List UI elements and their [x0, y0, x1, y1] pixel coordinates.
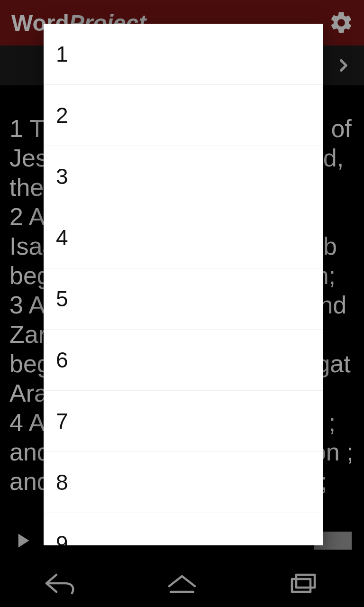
list-item[interactable]: 4 [44, 207, 323, 268]
list-item[interactable]: 3 [44, 146, 323, 207]
list-item-label: 1 [56, 41, 68, 67]
list-item[interactable]: 6 [44, 330, 323, 391]
list-item-label: 2 [56, 102, 68, 128]
list-item[interactable]: 9 [44, 513, 323, 545]
list-item-label: 9 [56, 531, 68, 545]
list-item-label: 8 [56, 469, 68, 495]
list-item-label: 5 [56, 286, 68, 312]
screen-root: WordProject 1 The book of the generation… [0, 0, 364, 607]
list-item-label: 7 [56, 408, 68, 434]
list-item[interactable]: 8 [44, 452, 323, 513]
list-item[interactable]: 5 [44, 268, 323, 330]
list-item-label: 3 [56, 164, 68, 189]
list-item[interactable]: 7 [44, 391, 323, 452]
list-item[interactable]: 1 [44, 24, 323, 85]
list-item-label: 4 [56, 225, 68, 250]
chapter-picker-dialog: 1 2 3 4 5 6 7 8 9 [44, 24, 323, 545]
chapter-list[interactable]: 1 2 3 4 5 6 7 8 9 [44, 24, 323, 545]
list-item[interactable]: 2 [44, 85, 323, 146]
list-item-label: 6 [56, 347, 68, 373]
